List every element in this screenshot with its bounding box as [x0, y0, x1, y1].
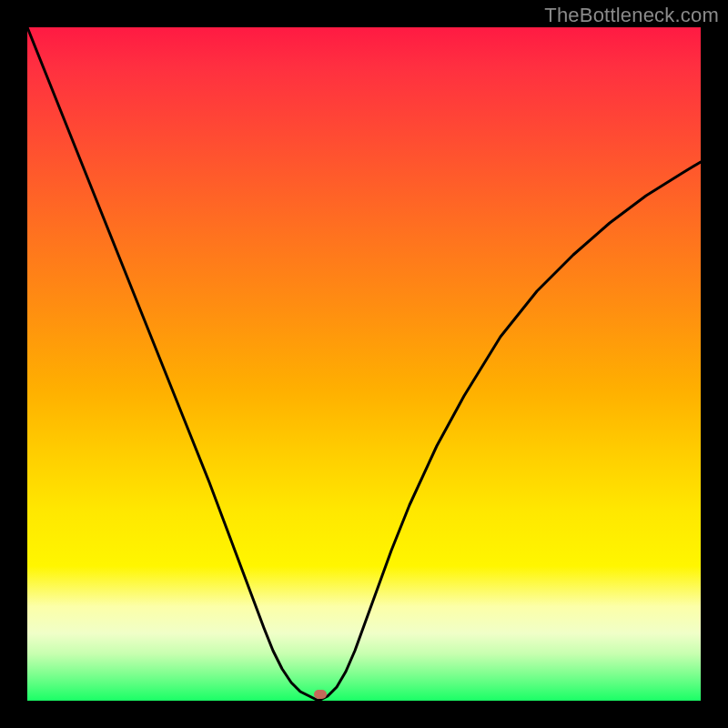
- curve-svg: [27, 27, 701, 701]
- optimal-marker: [314, 690, 327, 699]
- watermark-text: TheBottleneck.com: [544, 4, 719, 27]
- chart-frame: TheBottleneck.com: [0, 0, 728, 728]
- bottleneck-curve: [27, 27, 701, 701]
- plot-area: [27, 27, 701, 701]
